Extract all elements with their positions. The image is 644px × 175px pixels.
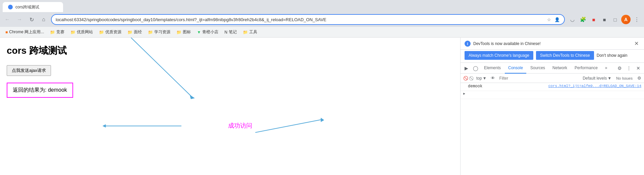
success-text: 成功访问	[228, 122, 252, 130]
bookmark-label: 优质网站	[77, 29, 93, 35]
tab-sources[interactable]: Sources	[527, 63, 548, 74]
address-text: localhost:63342/springbootcodes/springbo…	[56, 17, 544, 22]
page-title: cors 跨域测试	[7, 44, 453, 57]
bookmark-label: 图标	[183, 29, 191, 35]
reload-button[interactable]: ↻	[27, 15, 36, 24]
browser-content: cors 跨域测试 点我发送ajax请求 返回的结果为: demook 成功访问	[0, 38, 644, 175]
bookmark-icon: 📁	[70, 30, 75, 35]
bookmark-label: 面经	[134, 29, 142, 35]
devtools-panel: i DevTools is now available in Chinese! …	[460, 38, 644, 175]
tab-favicon	[8, 5, 13, 9]
console-log-value: demook	[468, 84, 548, 89]
devtools-more-button[interactable]: ⋮	[625, 64, 633, 73]
tab-performance[interactable]: Performance	[571, 63, 601, 74]
extension-window-icon[interactable]: □	[610, 15, 620, 24]
bookmark-label: Chrome 网上应用...	[9, 29, 44, 35]
always-match-language-button[interactable]: Always match Chrome's language	[465, 51, 533, 60]
bookmark-icon: 📁	[99, 30, 104, 35]
top-context-button[interactable]: top ▼	[475, 75, 488, 82]
bookmark-icon: ■	[5, 30, 8, 35]
forward-button[interactable]: →	[15, 15, 24, 24]
notification-buttons: Always match Chrome's language Switch De…	[461, 50, 644, 63]
devtools-notification: i DevTools is now available in Chinese! …	[461, 38, 644, 50]
bookmark-label: 优质资源	[105, 29, 121, 35]
extensions-button[interactable]: ◡	[568, 15, 577, 24]
notification-close-button[interactable]: ✕	[633, 40, 640, 47]
show-live-expressions-button[interactable]: 👁	[489, 75, 497, 82]
extension-icon[interactable]: ■	[600, 15, 609, 24]
arrows-overlay	[0, 38, 460, 175]
console-settings-button[interactable]: ⚙	[636, 75, 643, 82]
svg-marker-1	[190, 95, 195, 99]
console-input-row: ►	[461, 91, 644, 99]
inspect-element-button[interactable]: ▶	[462, 64, 471, 73]
devtools-settings-button[interactable]: ⚙	[615, 64, 624, 73]
tab-elements[interactable]: Elements	[481, 63, 504, 74]
no-filter-button[interactable]: ⃠	[471, 75, 474, 82]
default-levels-button[interactable]: Default levels ▼	[581, 75, 613, 81]
page-content: cors 跨域测试 点我发送ajax请求 返回的结果为: demook 成功访问	[0, 38, 460, 175]
tab-console[interactable]: Console	[505, 63, 526, 74]
bookmark-star-icon[interactable]: ☆	[546, 16, 552, 23]
info-icon: i	[465, 41, 471, 47]
bookmark-icon: 📁	[50, 30, 55, 35]
toolbar-icons: ◡ 🧩 ■ ■ □ A ⋮	[568, 15, 641, 24]
home-button[interactable]: ⌂	[39, 15, 48, 24]
bookmark-interview[interactable]: 📁 面经	[125, 28, 145, 36]
tab-more[interactable]: »	[602, 63, 611, 74]
console-log-source[interactable]: cors.html?_ijt=alfm9...d=RELOAD_ON_SAVE:…	[548, 84, 641, 88]
default-levels-label: Default levels	[583, 76, 607, 81]
tab-title: cors跨域测试	[15, 4, 39, 10]
bookmark-icon: 📁	[243, 30, 248, 35]
bookmark-notes[interactable]: N 笔记	[222, 28, 239, 36]
bookmark-competition[interactable]: 📁 竞赛	[47, 28, 67, 36]
bookmark-chrome-apps[interactable]: ■ Chrome 网上应用...	[3, 28, 47, 36]
switch-to-chinese-button[interactable]: Switch DevTools to Chinese	[536, 51, 594, 60]
bookmark-label: 学习资源	[154, 29, 170, 35]
extension-puzzle-icon[interactable]: 🧩	[578, 15, 588, 24]
svg-marker-3	[102, 124, 106, 128]
console-input[interactable]	[468, 92, 641, 97]
no-issues-button[interactable]: No Issues	[614, 76, 635, 81]
active-tab[interactable]: cors跨域测试	[3, 2, 63, 12]
extension-color-icon[interactable]: ■	[589, 15, 598, 24]
device-mode-button[interactable]: ◯	[471, 64, 480, 73]
address-bar-row: ← → ↻ ⌂ localhost:63342/springbootcodes/…	[0, 12, 644, 27]
bookmark-icon: 📁	[127, 30, 132, 35]
console-log-row: demook cors.html?_ijt=alfm9...d=RELOAD_O…	[461, 83, 644, 91]
bookmark-icon: 📁	[176, 30, 181, 35]
bookmark-learning[interactable]: 📁 学习资源	[145, 28, 173, 36]
console-filter-input[interactable]	[498, 75, 580, 82]
tab-bar: cors跨域测试	[0, 0, 644, 12]
address-bar[interactable]: localhost:63342/springbootcodes/springbo…	[51, 14, 565, 25]
back-button[interactable]: ←	[3, 15, 12, 24]
bookmark-label: 竞赛	[56, 29, 64, 35]
address-icons: ☆ 👤	[546, 16, 560, 23]
result-label: 返回的结果为: demook	[13, 87, 67, 93]
browser-window: cors跨域测试 ← → ↻ ⌂ localhost:63342/springb…	[0, 0, 644, 175]
devtools-close-button[interactable]: ✕	[634, 64, 643, 73]
console-toolbar: 🚫 ⃠ top ▼ 👁 Default levels ▼ No Issues ⚙	[461, 74, 644, 83]
svg-line-4	[255, 119, 322, 132]
bookmark-icon: N	[224, 30, 227, 35]
tab-network[interactable]: Network	[549, 63, 571, 74]
svg-marker-5	[321, 118, 324, 122]
bookmark-label: 笔记	[229, 29, 237, 35]
top-dropdown-icon: ▼	[483, 76, 487, 81]
menu-button[interactable]: ⋮	[632, 15, 641, 24]
profile-avatar[interactable]: A	[621, 15, 631, 24]
profile-icon[interactable]: 👤	[554, 16, 560, 23]
bookmark-label: 工具	[249, 29, 257, 35]
bookmark-tools[interactable]: 📁 工具	[240, 28, 260, 36]
dont-show-again-button[interactable]: Don't show again	[597, 53, 628, 58]
bookmark-icons[interactable]: 📁 图标	[174, 28, 194, 36]
console-output: demook cors.html?_ijt=alfm9...d=RELOAD_O…	[461, 83, 644, 175]
bookmark-quality-sites[interactable]: 📁 优质网站	[68, 28, 96, 36]
ajax-button[interactable]: 点我发送ajax请求	[7, 65, 51, 76]
bookmark-label: 青橙小店	[202, 29, 218, 35]
bookmark-shop[interactable]: ▼ 青橙小店	[194, 28, 221, 36]
clear-console-button[interactable]: 🚫	[462, 75, 470, 82]
result-box: 返回的结果为: demook	[7, 83, 73, 98]
default-levels-dropdown-icon: ▼	[607, 76, 611, 81]
bookmark-quality-resources[interactable]: 📁 优质资源	[96, 28, 124, 36]
